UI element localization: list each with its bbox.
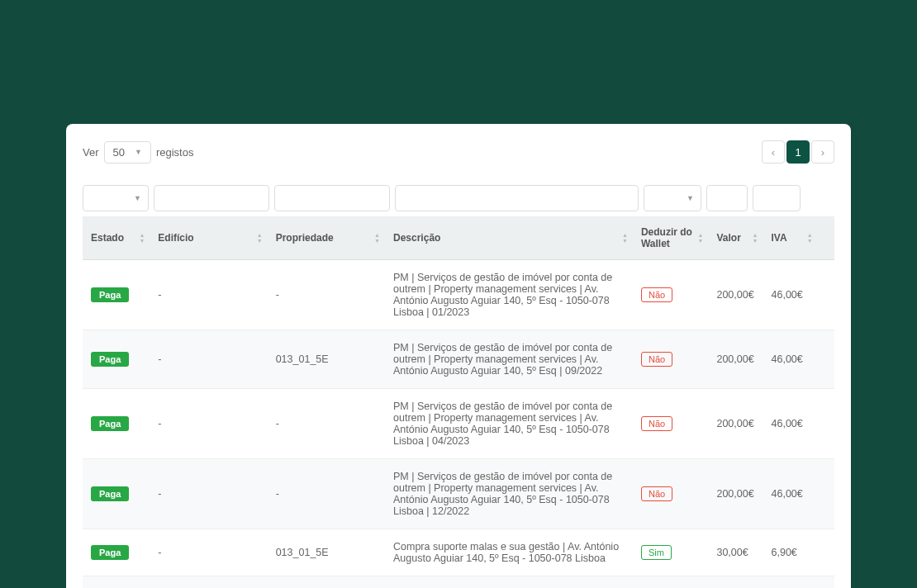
cell-descricao: PM | Serviços de gestão de imóvel por co… [385, 260, 633, 330]
pagination-prev-button[interactable]: ‹ [762, 140, 785, 164]
chevron-right-icon: › [821, 146, 824, 159]
cell-iva: 46,00€ [763, 260, 818, 330]
cell-estado: Paga [83, 260, 150, 330]
filter-edificio[interactable] [154, 185, 269, 211]
column-label: Valor [716, 232, 740, 244]
main-panel: Ver 50 ▼ registos ‹ 1 › ▼ [66, 124, 851, 588]
cell-extra [818, 459, 834, 529]
table-body: Paga--PM | Serviços de gestão de imóvel … [83, 260, 834, 589]
chevron-left-icon: ‹ [772, 146, 775, 159]
page-size-select[interactable]: 50 ▼ [104, 141, 151, 164]
cell-descricao: PM | Serviços de gestão de imóvel por co… [385, 389, 633, 459]
column-label: Descrição [393, 232, 440, 244]
sort-icon: ▲▼ [257, 232, 263, 244]
column-label: Estado [91, 232, 124, 244]
table-row: Paga--PM | Serviços de gestão de imóvel … [83, 260, 834, 330]
sort-icon: ▲▼ [374, 232, 380, 244]
cell-extra [818, 529, 834, 576]
top-bar: Ver 50 ▼ registos ‹ 1 › [83, 140, 834, 164]
cell-valor: 200,00€ [708, 576, 763, 589]
page-size-prefix: Ver [83, 146, 99, 159]
sort-icon: ▲▼ [139, 232, 145, 244]
status-badge: Paga [91, 287, 129, 302]
column-propriedade[interactable]: Propriedade ▲▼ [268, 216, 385, 260]
cell-propriedade: - [268, 459, 385, 529]
cell-valor: 200,00€ [708, 389, 763, 459]
cell-edificio: - [150, 389, 267, 459]
column-descricao[interactable]: Descrição ▲▼ [385, 216, 633, 260]
column-valor[interactable]: Valor ▲▼ [708, 216, 763, 260]
cell-valor: 200,00€ [708, 459, 763, 529]
cell-deduzir: Não [633, 260, 709, 330]
cell-propriedade: - [268, 576, 385, 589]
filter-row: ▼ ▼ [83, 180, 834, 216]
deduct-no-badge: Não [641, 486, 672, 501]
pagination-page-1[interactable]: 1 [786, 140, 810, 164]
cell-deduzir: Não [633, 576, 709, 589]
sort-icon: ▲▼ [698, 232, 704, 244]
cell-estado: Paga [83, 459, 150, 529]
deduct-yes-badge: Sim [641, 545, 672, 560]
table-row: Paga--PM | Serviços de gestão de imóvel … [83, 389, 834, 459]
table-row: Paga-013_01_5EPM | Serviços de gestão de… [83, 330, 834, 389]
cell-valor: 200,00€ [708, 260, 763, 330]
cell-extra [818, 330, 834, 389]
pagination: ‹ 1 › [762, 140, 834, 164]
cell-descricao: PM | Serviços de gestão de imóvel por co… [385, 330, 633, 389]
data-table: Estado ▲▼ Edifício ▲▼ Propriedade ▲▼ Des… [83, 216, 834, 588]
table-row: Paga--PM | Serviços de gestão de imóvel … [83, 459, 834, 529]
status-badge: Paga [91, 486, 129, 501]
sort-icon: ▲▼ [807, 232, 813, 244]
column-edificio[interactable]: Edifício ▲▼ [150, 216, 267, 260]
cell-deduzir: Não [633, 389, 709, 459]
cell-edificio: - [150, 459, 267, 529]
cell-iva: 46,00€ [763, 330, 818, 389]
sort-icon: ▲▼ [753, 232, 758, 244]
column-label: IVA [772, 232, 787, 244]
cell-descricao: PM | Serviços de gestão de imóvel por co… [385, 459, 633, 529]
cell-deduzir: Não [633, 459, 709, 529]
cell-propriedade: - [268, 389, 385, 459]
table-wrapper: ▼ ▼ Estado ▲▼ Edifício ▲▼ [83, 180, 834, 588]
deduct-no-badge: Não [641, 352, 672, 367]
column-deduzir[interactable]: Deduzir do Wallet ▲▼ [633, 216, 709, 260]
page-size-value: 50 [113, 146, 125, 159]
cell-deduzir: Sim [633, 529, 709, 576]
column-estado[interactable]: Estado ▲▼ [83, 216, 150, 260]
table-header: Estado ▲▼ Edifício ▲▼ Propriedade ▲▼ Des… [83, 216, 834, 260]
cell-descricao: Compra suporte malas e sua gestão | Av. … [385, 529, 633, 576]
column-iva[interactable]: IVA ▲▼ [763, 216, 818, 260]
cell-edificio: - [150, 529, 267, 576]
cell-extra [818, 260, 834, 330]
cell-estado: Paga [83, 529, 150, 576]
status-badge: Paga [91, 545, 129, 560]
cell-propriedade: 013_01_5E [268, 330, 385, 389]
column-label: Edifício [158, 232, 193, 244]
cell-iva: 46,00€ [763, 576, 818, 589]
filter-estado[interactable]: ▼ [83, 185, 149, 211]
table-header-row: Estado ▲▼ Edifício ▲▼ Propriedade ▲▼ Des… [83, 216, 834, 260]
cell-edificio: - [150, 330, 267, 389]
filter-deduzir[interactable]: ▼ [644, 185, 701, 211]
table-row: Paga-013_01_5ECompra suporte malas e sua… [83, 529, 834, 576]
filter-iva[interactable] [753, 185, 801, 211]
filter-propriedade[interactable] [274, 185, 390, 211]
cell-descricao: PM | Serviços de gestão de imóvel por co… [385, 576, 633, 589]
page-size-control: Ver 50 ▼ registos [83, 141, 193, 164]
chevron-down-icon: ▼ [687, 194, 694, 202]
table-row: Paga--PM | Serviços de gestão de imóvel … [83, 576, 834, 589]
cell-extra [818, 389, 834, 459]
cell-iva: 6,90€ [763, 529, 818, 576]
page-size-suffix: registos [156, 146, 194, 159]
cell-propriedade: 013_01_5E [268, 529, 385, 576]
filter-valor[interactable] [706, 185, 748, 211]
cell-valor: 200,00€ [708, 330, 763, 389]
status-badge: Paga [91, 416, 129, 431]
cell-propriedade: - [268, 260, 385, 330]
cell-deduzir: Não [633, 330, 709, 389]
filter-descricao[interactable] [395, 185, 639, 211]
column-extra [818, 216, 834, 260]
chevron-down-icon: ▼ [135, 148, 142, 156]
sort-icon: ▲▼ [622, 232, 628, 244]
pagination-next-button[interactable]: › [811, 140, 834, 164]
